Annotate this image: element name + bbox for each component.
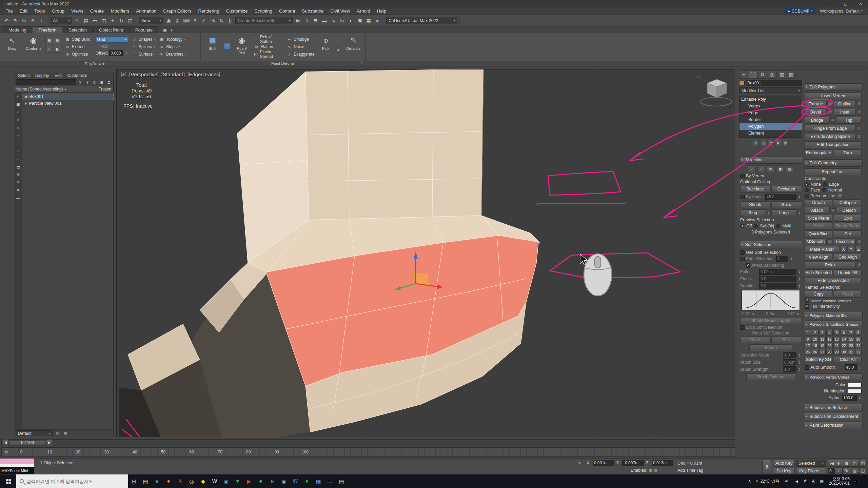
conform-mode-2-icon[interactable]: ▤ <box>54 37 61 44</box>
insert-vertex-button[interactable]: Insert Vertex <box>805 93 862 99</box>
noise-button[interactable]: ∿Noise <box>287 44 316 50</box>
smoothing-group-button[interactable]: 3 <box>819 330 826 336</box>
push-pull-button[interactable]: ◉ Push/ Pull <box>233 35 250 60</box>
surface-button[interactable]: ⌒Surface <box>132 51 156 57</box>
key-filters-button[interactable]: Key Filters... <box>796 468 826 474</box>
display-shapes-icon[interactable]: ○ <box>16 109 21 115</box>
firefox-icon[interactable]: ● <box>163 474 174 488</box>
spinner-snap-icon[interactable]: ⇅ <box>217 16 226 25</box>
viewport-label-item[interactable]: [Standard] <box>161 72 185 77</box>
display-cameras-icon[interactable]: ▷ <box>16 125 21 130</box>
smoothing-group-button[interactable]: 28 <box>826 349 833 355</box>
word-icon[interactable]: W <box>290 474 301 488</box>
smoothing-group-button[interactable]: 25 <box>805 349 811 355</box>
explorer-settings-icon[interactable]: ⊞ <box>99 79 105 85</box>
menu-item[interactable]: Scripting <box>251 7 276 15</box>
kakaotalk-icon[interactable]: ◆ <box>197 474 209 488</box>
smoothing-group-button[interactable]: 18 <box>812 343 818 348</box>
alpha-field[interactable]: 100.0 <box>842 395 857 401</box>
stack-row[interactable]: Polygon <box>739 123 802 130</box>
collapsed-rollout-header[interactable]: Subdivision Displacement <box>804 413 863 420</box>
adobe-icon[interactable]: X <box>174 474 186 488</box>
bridge-settings-icon[interactable]: □ <box>831 118 835 123</box>
grow-button[interactable]: Grow <box>771 201 801 208</box>
menu-item[interactable]: Graph Editors <box>160 7 195 15</box>
smoothing-group-button[interactable]: 1 <box>805 330 811 336</box>
bridge-button[interactable]: Bridge <box>805 117 830 124</box>
viewport-canvas[interactable]: ⌂ <box>117 69 735 437</box>
auto-smooth-field[interactable]: 45.0 <box>845 364 857 370</box>
inset-settings-icon[interactable]: □ <box>857 110 862 115</box>
clear-all-button[interactable]: Clear All <box>834 356 862 363</box>
conform-mode-1-icon[interactable]: ▦ <box>45 37 53 44</box>
wacom-icon[interactable]: W <box>209 474 220 488</box>
inset-button[interactable]: Inset <box>834 109 856 116</box>
relax-button[interactable]: Relax <box>805 262 856 268</box>
repeat-last-button[interactable]: Repeat Last <box>805 168 862 175</box>
select-and-rotate-icon[interactable]: ↻ <box>117 16 126 25</box>
snaps-toggle-icon[interactable]: 3 <box>191 16 199 25</box>
extend-button[interactable]: ⊕Extend <box>65 44 92 50</box>
constraint-edge-radio[interactable] <box>823 182 827 186</box>
smoothing-group-button[interactable]: 8 <box>855 330 862 336</box>
stack-row[interactable]: Editable Poly <box>739 96 802 103</box>
outline-button[interactable]: Outline <box>834 101 856 107</box>
tray-volume-icon[interactable]: ◀ <box>794 478 800 484</box>
zoom-extents-icon[interactable]: ▢ <box>851 460 859 467</box>
notification-center-icon[interactable]: ▭ <box>854 478 860 484</box>
display-containers-icon[interactable]: ⬒ <box>16 164 21 169</box>
menu-item[interactable]: Substance <box>298 7 327 15</box>
blur-button[interactable]: Blur <box>771 337 801 343</box>
loop-button[interactable]: Loop <box>771 209 796 216</box>
ime-korean-indicator[interactable]: 한 <box>804 479 808 484</box>
display-frozen-icon[interactable]: ✲ <box>16 187 21 193</box>
exaggerate-button[interactable]: ∧Exaggerate <box>287 51 316 57</box>
vertex-mode-icon[interactable]: ∵ <box>748 165 755 172</box>
ribbon-tab[interactable]: Selection <box>63 26 93 33</box>
menu-item[interactable]: Group <box>48 7 68 15</box>
y-coordinate-field[interactable]: -0.007m <box>622 460 644 466</box>
reference-coordsys-dropdown[interactable]: View <box>139 17 163 24</box>
polydraw-group-label[interactable]: PolyDraw ▾ <box>85 61 104 66</box>
defaults-button[interactable]: ✎ Defaults <box>345 35 362 60</box>
tray-expand-icon[interactable]: ∧ <box>748 479 751 484</box>
offset-field[interactable]: 0.000 <box>109 50 123 56</box>
offset-spinner[interactable] <box>125 50 128 56</box>
minimize-button[interactable]: ─ <box>823 0 838 7</box>
file-explorer-icon[interactable]: ▤ <box>140 474 151 488</box>
smoothing-group-button[interactable]: 10 <box>812 336 818 342</box>
edit-geometry-rollout-header[interactable]: Edit Geometry <box>804 159 863 167</box>
zoom-region-icon[interactable]: ◰ <box>859 460 867 467</box>
edge-distance-checkbox[interactable] <box>740 257 745 261</box>
attach-button[interactable]: Attach <box>805 207 830 214</box>
strips-button[interactable]: ≋Strips <box>159 44 186 50</box>
align-icon[interactable]: ⌗ <box>302 16 311 25</box>
select-and-link-icon[interactable]: ⧉ <box>20 16 28 25</box>
scene-object-row[interactable]: ✱ Particle View 001 <box>22 100 113 107</box>
menu-item[interactable]: Animation <box>133 7 160 15</box>
display-spacewarps-icon[interactable]: ≈ <box>16 141 21 146</box>
tessellate-settings-icon[interactable]: □ <box>857 240 862 244</box>
show-end-result-icon[interactable]: ◫ <box>760 140 766 146</box>
percent-snap-icon[interactable]: % <box>208 16 217 25</box>
display-all-icon[interactable]: ↖ <box>16 94 21 99</box>
zoom-icon[interactable]: ⊙ <box>835 460 842 467</box>
hide-unselected-button[interactable]: Hide Unselected <box>805 277 862 284</box>
render-setup-icon[interactable]: ▣ <box>355 16 364 25</box>
weather-widget[interactable]: ☀ 22°C 맑음 <box>755 479 780 484</box>
conform-button[interactable]: ◉ Conform <box>24 35 42 60</box>
selection-filter-dropdown[interactable]: All <box>51 17 72 24</box>
utilities-tab-icon[interactable]: ▨ <box>787 70 796 79</box>
modify-tab-icon[interactable]: ⌒ <box>749 70 758 79</box>
go-to-start-button[interactable]: |◀ <box>828 460 835 467</box>
slice-button[interactable]: Slice <box>805 223 832 229</box>
copy-button[interactable]: Copy <box>805 291 832 298</box>
split-button[interactable]: Split <box>834 215 862 222</box>
tessellate-button[interactable]: Tessellate <box>834 238 856 245</box>
falloff-field[interactable]: 0.02m <box>759 269 796 275</box>
outline-settings-icon[interactable]: □ <box>857 102 862 106</box>
set-key-button[interactable]: Set Key <box>773 468 795 474</box>
shift-button[interactable]: ▦ Shift <box>204 35 221 60</box>
reset-plane-button[interactable]: Reset Plane <box>834 223 862 229</box>
maximize-viewport-icon[interactable]: ▥ <box>851 467 859 474</box>
